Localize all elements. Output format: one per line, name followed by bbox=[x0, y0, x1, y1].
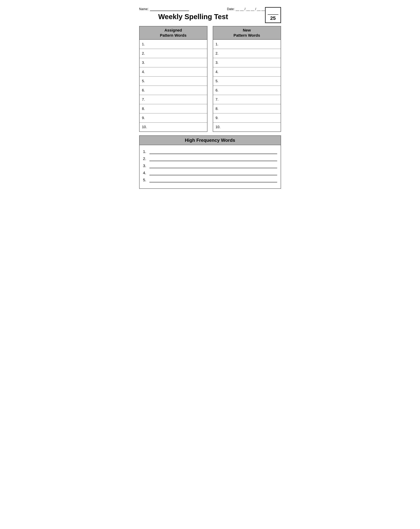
new-cell: 2. bbox=[213, 49, 281, 58]
assigned-cell: 8. bbox=[139, 104, 207, 113]
new-cell: 7. bbox=[213, 95, 281, 104]
new-row: 6. bbox=[213, 86, 281, 95]
new-row: 2. bbox=[213, 49, 281, 58]
assigned-row: 7. bbox=[139, 95, 207, 104]
new-row: 3. bbox=[213, 58, 281, 67]
date-label: Date: bbox=[227, 7, 235, 11]
freq-item-number: 5. bbox=[143, 178, 149, 182]
assigned-cell: 10. bbox=[139, 122, 207, 132]
freq-item-number: 3. bbox=[143, 164, 149, 168]
assigned-header: Assigned Pattern Words bbox=[139, 26, 207, 40]
score-box: 25 bbox=[265, 7, 281, 23]
freq-item: 1. bbox=[143, 149, 277, 154]
assigned-cell: 9. bbox=[139, 113, 207, 122]
new-row: 8. bbox=[213, 104, 281, 113]
new-row: 5. bbox=[213, 76, 281, 86]
date-section: Date: __ __ / __ __ / __ __ bbox=[227, 7, 265, 11]
assigned-cell: 7. bbox=[139, 95, 207, 104]
assigned-cell: 1. bbox=[139, 40, 207, 49]
new-row: 7. bbox=[213, 95, 281, 104]
score-number: 25 bbox=[270, 15, 276, 21]
new-cell: 9. bbox=[213, 113, 281, 122]
freq-item: 4. bbox=[143, 171, 277, 175]
assigned-row: 10. bbox=[139, 122, 207, 132]
freq-item-number: 4. bbox=[143, 171, 149, 175]
new-cell: 5. bbox=[213, 76, 281, 86]
assigned-row: 5. bbox=[139, 76, 207, 86]
freq-line bbox=[149, 150, 277, 154]
new-cell: 1. bbox=[213, 40, 281, 49]
assigned-row: 8. bbox=[139, 104, 207, 113]
assigned-cell: 6. bbox=[139, 86, 207, 95]
name-line bbox=[150, 7, 189, 11]
new-cell: 3. bbox=[213, 58, 281, 67]
new-cell: 4. bbox=[213, 67, 281, 76]
freq-words-list: 1.2.3.4.5. bbox=[139, 145, 281, 188]
new-cell: 8. bbox=[213, 104, 281, 113]
new-row: 10. bbox=[213, 122, 281, 132]
new-row: 9. bbox=[213, 113, 281, 122]
assigned-row: 2. bbox=[139, 49, 207, 58]
new-header: New Pattern Words bbox=[213, 26, 281, 40]
high-frequency-section: High Frequency Words 1.2.3.4.5. bbox=[139, 135, 281, 189]
freq-line bbox=[149, 178, 277, 182]
page-title: Weekly Spelling Test bbox=[139, 13, 247, 21]
new-cell: 10. bbox=[213, 122, 281, 132]
freq-item-number: 1. bbox=[143, 149, 149, 154]
header-row: Name: Date: __ __ / __ __ / __ __ Weekly… bbox=[139, 7, 281, 24]
assigned-row: 4. bbox=[139, 67, 207, 76]
new-row: 4. bbox=[213, 67, 281, 76]
freq-line bbox=[149, 157, 277, 161]
high-frequency-header: High Frequency Words bbox=[139, 136, 281, 145]
assigned-cell: 2. bbox=[139, 49, 207, 58]
title-area: Name: Date: __ __ / __ __ / __ __ Weekly… bbox=[139, 7, 265, 24]
freq-item: 3. bbox=[143, 164, 277, 168]
new-cell: 6. bbox=[213, 86, 281, 95]
freq-line bbox=[149, 171, 277, 175]
date-format: __ __ / __ __ / __ __ bbox=[236, 7, 265, 11]
freq-line bbox=[149, 164, 277, 168]
new-table: New Pattern Words 1.2.3.4.5.6.7.8.9.10. bbox=[213, 26, 281, 132]
assigned-cell: 4. bbox=[139, 67, 207, 76]
two-column-section: Assigned Pattern Words 1.2.3.4.5.6.7.8.9… bbox=[139, 26, 281, 132]
assigned-row: 1. bbox=[139, 40, 207, 49]
new-row: 1. bbox=[213, 40, 281, 49]
freq-item: 5. bbox=[143, 178, 277, 182]
assigned-row: 9. bbox=[139, 113, 207, 122]
freq-item-number: 2. bbox=[143, 157, 149, 161]
freq-item: 2. bbox=[143, 157, 277, 161]
assigned-table: Assigned Pattern Words 1.2.3.4.5.6.7.8.9… bbox=[139, 26, 207, 132]
assigned-row: 3. bbox=[139, 58, 207, 67]
assigned-row: 6. bbox=[139, 86, 207, 95]
name-label: Name: bbox=[139, 7, 149, 11]
name-section: Name: bbox=[139, 7, 189, 11]
assigned-cell: 5. bbox=[139, 76, 207, 86]
assigned-cell: 3. bbox=[139, 58, 207, 67]
score-divider bbox=[268, 14, 278, 15]
